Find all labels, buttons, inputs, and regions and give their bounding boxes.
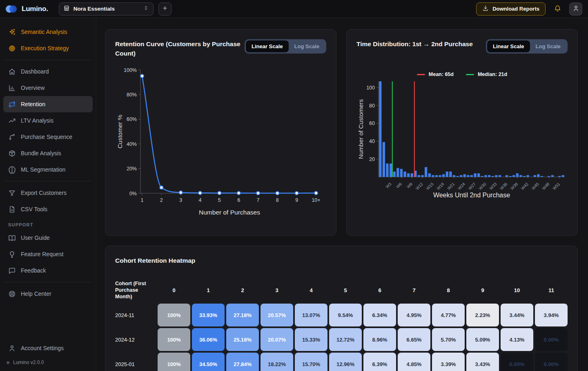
- heatmap-cell: 3.94%: [535, 304, 568, 326]
- linear-scale-button[interactable]: Linear Scale: [487, 40, 530, 52]
- log-scale-button[interactable]: Log Scale: [530, 40, 566, 52]
- bar: [516, 173, 519, 177]
- sidebar-item-help-center[interactable]: Help Center: [3, 286, 93, 302]
- life-buoy-icon: [8, 290, 16, 298]
- sidebar-item-retention[interactable]: Retention: [3, 96, 93, 112]
- sidebar-item-feedback[interactable]: Feedback: [3, 262, 93, 279]
- heatmap-cell: 15.70%: [295, 353, 327, 371]
- sidebar-divider: [5, 60, 91, 60]
- y-tick-label: 100%: [124, 67, 137, 73]
- heatmap-column-header: 6: [363, 278, 396, 302]
- sidebar-item-label: ML Segmentation: [21, 166, 65, 173]
- target-icon: [8, 45, 16, 52]
- linear-scale-button[interactable]: Linear Scale: [246, 40, 289, 52]
- repeat-icon: [8, 101, 16, 108]
- add-store-button[interactable]: [158, 2, 172, 16]
- heatmap-cell: 27.18%: [226, 304, 259, 326]
- bar: [396, 168, 399, 177]
- heatmap-column-header: 8: [432, 278, 465, 302]
- heatmap-column-header: 0: [158, 278, 190, 302]
- sidebar-item-label: Execution Strategy: [21, 45, 69, 51]
- app-version: Lumino v2.0.0: [3, 356, 93, 366]
- y-tick-label: 100: [366, 85, 375, 91]
- x-tick-label: W9: [406, 181, 414, 189]
- bar: [519, 175, 522, 177]
- median-line-swatch: [466, 74, 474, 75]
- sidebar-item-csv-tools[interactable]: CSV Tools: [3, 201, 93, 217]
- x-tick-label: W33: [488, 181, 498, 191]
- bar: [474, 173, 477, 177]
- sidebar-item-label: User Guide: [21, 235, 50, 241]
- heatmap-column-header: 5: [329, 278, 362, 302]
- bar: [439, 175, 441, 177]
- heatmap-cell: 12.72%: [329, 328, 362, 351]
- x-tick-label: W51: [552, 181, 561, 191]
- bar: [523, 176, 526, 177]
- download-reports-button[interactable]: Download Reports: [476, 2, 546, 16]
- heatmap-cell: 15.33%: [295, 328, 327, 351]
- sidebar-item-label: Feature Request: [21, 251, 63, 257]
- sidebar-item-account-settings[interactable]: Account Settings: [3, 340, 93, 356]
- sidebar-item-feature-request[interactable]: Feature Request: [3, 246, 93, 262]
- user-icon: [572, 5, 579, 12]
- bar: [470, 175, 473, 177]
- legend-mean-label: Mean: 65d: [429, 72, 454, 77]
- sidebar-item-purchase-sequence[interactable]: Purchase Sequence: [3, 129, 93, 145]
- sidebar-item-dashboard[interactable]: Dashboard: [3, 63, 93, 80]
- user-menu-button[interactable]: [569, 2, 582, 16]
- notifications-button[interactable]: [550, 2, 564, 16]
- data-point: [256, 191, 260, 194]
- store-selector[interactable]: Nora Essentials: [59, 2, 154, 16]
- retention-curve-chart: 0%20%40%60%80%100%12345678910+Customer %…: [115, 63, 326, 221]
- sidebar-item-overview[interactable]: Overview: [3, 80, 93, 96]
- cohort-heatmap-card: Cohort Retention Heatmap Cohort (First P…: [105, 246, 578, 371]
- sidebar-item-ml-segmentation[interactable]: ML Segmentation: [3, 161, 93, 178]
- x-tick-label: W6: [395, 181, 403, 189]
- bar: [421, 175, 423, 177]
- heatmap-cell: 4.85%: [398, 353, 430, 371]
- log-scale-button[interactable]: Log Scale: [289, 40, 325, 52]
- sidebar-item-user-guide[interactable]: User Guide: [3, 230, 93, 246]
- sidebar-item-label: Retention: [21, 101, 45, 107]
- sidebar-item-export-customers[interactable]: Export Customers: [3, 185, 93, 201]
- y-axis-label: Number of Customers: [357, 99, 364, 159]
- y-tick-label: 80: [369, 103, 375, 109]
- heatmap-cell: 8.96%: [363, 328, 396, 351]
- time-distribution-card: Time Distribution: 1st → 2nd Purchase Li…: [346, 29, 578, 236]
- mean-line-swatch: [417, 74, 425, 75]
- x-tick-label: W30: [478, 181, 488, 191]
- bar: [390, 163, 392, 177]
- sidebar-item-semantic-analysis[interactable]: Semantic Analysis: [3, 24, 93, 40]
- top-bar: Lumino. Nora Essentials Download Reports: [0, 0, 588, 18]
- heatmap-cell: 6.65%: [398, 328, 430, 351]
- sidebar-item-label: Dashboard: [21, 68, 49, 75]
- heatmap-column-header: 9: [466, 278, 499, 302]
- data-point: [218, 191, 221, 194]
- x-tick-label: W27: [468, 181, 477, 191]
- heatmap-cell: 20.57%: [261, 304, 293, 326]
- legend-median-label: Median: 21d: [478, 72, 507, 77]
- bar: [379, 81, 381, 177]
- bar: [558, 176, 561, 177]
- sidebar-spacer: [3, 302, 93, 340]
- bar: [463, 174, 466, 177]
- sidebar-item-execution-strategy[interactable]: Execution Strategy: [3, 40, 93, 56]
- bar: [477, 173, 480, 177]
- store-selector-value: Nora Essentials: [74, 6, 139, 12]
- sidebar-item-label: Overview: [21, 85, 45, 91]
- version-label: Lumino v2.0.0: [13, 360, 44, 365]
- home-icon: [8, 68, 16, 76]
- brain-icon: [8, 166, 16, 174]
- bar: [488, 175, 490, 177]
- sidebar-item-bundle-analysis[interactable]: Bundle Analysis: [3, 145, 93, 161]
- heatmap-cell: 34.50%: [192, 353, 225, 371]
- bar: [534, 175, 536, 177]
- bar: [442, 174, 445, 177]
- heatmap-row-label: 2024-11: [115, 312, 156, 318]
- sidebar-item-ltv-analysis[interactable]: LTV Analysis: [3, 112, 93, 129]
- heatmap-cell: 18.22%: [261, 353, 293, 371]
- x-tick-label: W15: [425, 181, 434, 191]
- heatmap-cell: 0.00%: [535, 353, 568, 371]
- heatmap-cell: 13.07%: [295, 304, 327, 326]
- sidebar-divider: [5, 181, 91, 181]
